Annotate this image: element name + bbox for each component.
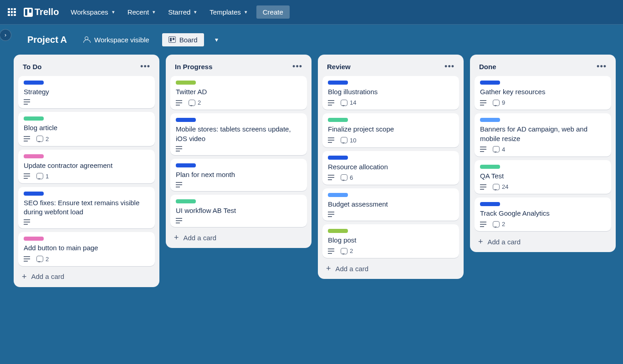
card[interactable]: UI workflow AB Test xyxy=(170,195,307,227)
list-title[interactable]: In Progress xyxy=(175,63,213,71)
card-label[interactable] xyxy=(328,118,348,122)
add-card-label: Add a card xyxy=(31,273,65,280)
create-button[interactable]: Create xyxy=(256,5,290,19)
card-label[interactable] xyxy=(328,81,348,85)
card-title: Add button to main page xyxy=(24,243,149,253)
list-menu-button[interactable]: ••• xyxy=(444,62,454,71)
comment-icon xyxy=(36,136,43,142)
card[interactable]: Blog illustrations14 xyxy=(322,76,459,110)
card-label[interactable] xyxy=(480,118,500,122)
comments-badge: 2 xyxy=(36,256,49,263)
view-switch-menu[interactable]: ▾ xyxy=(212,34,221,45)
comments-count: 1 xyxy=(46,173,49,180)
view-label: Board xyxy=(179,36,198,44)
card-badges: 1 xyxy=(24,173,149,180)
trello-logo[interactable]: Trello xyxy=(21,7,63,17)
add-card-button[interactable]: +Add a card xyxy=(322,260,459,274)
sidebar-expand-button[interactable]: › xyxy=(0,29,11,41)
add-card-label: Add a card xyxy=(336,265,369,273)
card[interactable]: Mobile stores: tablets screens update, i… xyxy=(170,113,307,155)
nav-templates[interactable]: Templates ▾ xyxy=(204,5,252,19)
description-badge xyxy=(328,248,334,254)
list-title[interactable]: Review xyxy=(327,63,351,71)
card-title: Plan for next month xyxy=(176,170,301,179)
card-title: Mobile stores: tablets screens update, i… xyxy=(176,125,301,143)
nav-workspaces[interactable]: Workspaces ▾ xyxy=(65,5,120,19)
card[interactable]: QA Test24 xyxy=(475,160,611,194)
description-badge xyxy=(480,184,486,190)
board-title[interactable]: Project A xyxy=(24,33,71,47)
card[interactable]: Resource allocation6 xyxy=(322,151,459,185)
list: Review•••Blog illustrations14Finalize pr… xyxy=(318,55,464,279)
card[interactable]: Plan for next month xyxy=(170,159,307,191)
description-badge xyxy=(24,99,30,105)
card[interactable]: Add button to main page2 xyxy=(18,232,155,266)
card-title: SEO fixes: Ensure text remains visible d… xyxy=(24,198,149,217)
card[interactable]: Finalize project scope10 xyxy=(322,113,459,147)
chevron-down-icon: ▾ xyxy=(153,9,155,15)
description-badge xyxy=(176,218,182,223)
card-label[interactable] xyxy=(480,81,500,85)
card[interactable]: SEO fixes: Ensure text remains visible d… xyxy=(18,187,155,229)
card[interactable]: Budget assessment xyxy=(322,188,459,221)
list-menu-button[interactable]: ••• xyxy=(292,62,302,71)
card-label[interactable] xyxy=(176,163,196,167)
view-switch-board[interactable]: Board xyxy=(162,33,204,46)
card-label[interactable] xyxy=(176,118,196,122)
card-badges: 2 xyxy=(480,221,606,228)
add-card-button[interactable]: +Add a card xyxy=(170,229,307,243)
card-label[interactable] xyxy=(24,81,44,85)
nav-recent[interactable]: Recent ▾ xyxy=(122,5,161,19)
card-label[interactable] xyxy=(24,116,44,121)
card-labels xyxy=(176,199,301,203)
board-lists: To Do•••StrategyBlog article2Update cont… xyxy=(0,55,623,364)
card[interactable]: Blog article2 xyxy=(18,112,155,146)
list-cards: Gather key resources9Banners for AD camp… xyxy=(475,76,611,231)
card[interactable]: Update contractor agreement1 xyxy=(18,150,155,183)
card[interactable]: Gather key resources9 xyxy=(475,76,611,110)
card-label[interactable] xyxy=(176,81,196,85)
list-title[interactable]: Done xyxy=(479,63,496,71)
comments-count: 2 xyxy=(502,221,505,228)
card-badges: 2 xyxy=(328,248,454,254)
card-label[interactable] xyxy=(328,193,348,197)
description-icon xyxy=(480,184,486,190)
card[interactable]: Track Google Analytics2 xyxy=(475,197,611,231)
comments-count: 2 xyxy=(46,136,49,142)
app-switcher-button[interactable] xyxy=(5,5,19,20)
card[interactable]: Banners for AD campaign, web and mobile … xyxy=(475,113,611,157)
card-label[interactable] xyxy=(176,199,196,203)
card[interactable]: Blog post2 xyxy=(322,224,459,258)
card-title: Gather key resources xyxy=(480,87,606,96)
card[interactable]: Twitter AD2 xyxy=(170,76,307,110)
description-icon xyxy=(480,147,486,152)
comments-count: 2 xyxy=(350,248,353,254)
description-icon xyxy=(480,100,486,106)
description-badge xyxy=(24,173,30,179)
card-label[interactable] xyxy=(480,202,500,206)
card-label[interactable] xyxy=(24,192,44,196)
visibility-button[interactable]: Workspace visible xyxy=(79,33,154,46)
list-menu-button[interactable]: ••• xyxy=(597,62,607,71)
list: To Do•••StrategyBlog article2Update cont… xyxy=(14,55,159,287)
list-cards: StrategyBlog article2Update contractor a… xyxy=(18,76,155,266)
add-card-button[interactable]: +Add a card xyxy=(475,233,611,248)
description-badge xyxy=(328,100,334,106)
card-label[interactable] xyxy=(328,156,348,160)
card[interactable]: Strategy xyxy=(18,76,155,108)
visibility-label: Workspace visible xyxy=(94,36,149,44)
card-title: Budget assessment xyxy=(328,200,454,209)
card-label[interactable] xyxy=(328,229,348,233)
list-title[interactable]: To Do xyxy=(23,63,41,71)
card-labels xyxy=(328,156,454,160)
card-label[interactable] xyxy=(24,237,44,241)
card-badges xyxy=(176,146,301,152)
nav-starred[interactable]: Starred ▾ xyxy=(163,5,202,19)
comments-count: 14 xyxy=(350,99,356,106)
list-menu-button[interactable]: ••• xyxy=(140,62,150,71)
card-label[interactable] xyxy=(480,165,500,169)
card-labels xyxy=(176,81,301,85)
comments-badge: 2 xyxy=(189,99,201,106)
card-label[interactable] xyxy=(24,154,44,158)
add-card-button[interactable]: +Add a card xyxy=(18,268,155,283)
